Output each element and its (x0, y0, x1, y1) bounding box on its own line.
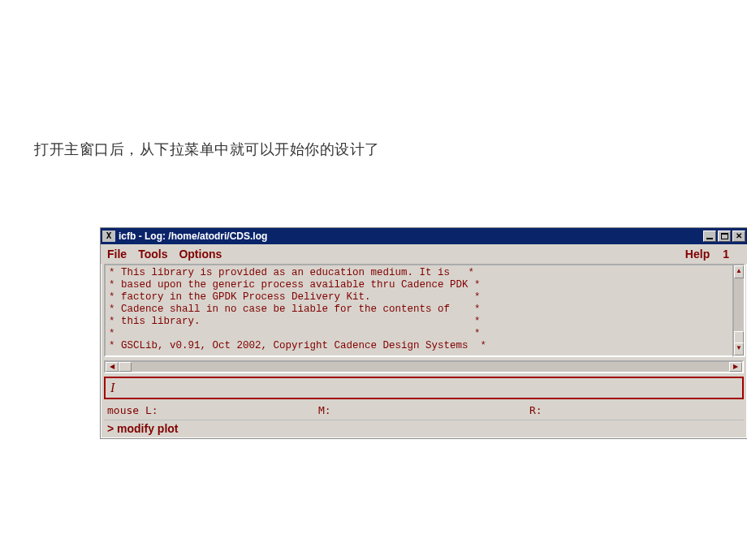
hscroll-thumb[interactable] (119, 362, 132, 372)
scroll-left-icon[interactable]: ◀ (106, 362, 119, 372)
menu-file[interactable]: File (107, 248, 127, 261)
menu-bar: File Tools Options Help 1 (101, 244, 747, 264)
vertical-scrollbar[interactable]: ▲ ▼ (732, 264, 745, 357)
log-frame: * This library is provided as an educati… (104, 264, 744, 357)
icfb-log-window: X icfb - Log: /home/atodri/CDS.log ✕ Fil… (100, 227, 747, 439)
instruction-text: 打开主窗口后，从下拉菜单中就可以开始你的设计了 (34, 140, 380, 159)
menu-options[interactable]: Options (179, 248, 222, 261)
mouse-status-row: mouse L: M: R: (104, 403, 744, 418)
app-x-icon: X (102, 230, 115, 242)
window-title: icfb - Log: /home/atodri/CDS.log (119, 230, 703, 242)
menu-tools[interactable]: Tools (138, 248, 167, 261)
maximize-button[interactable] (718, 230, 731, 242)
minimize-button[interactable] (703, 230, 716, 242)
close-button[interactable]: ✕ (732, 230, 745, 242)
mouse-m-label: M: (318, 404, 529, 416)
status-text: > modify plot (104, 420, 744, 437)
menu-help[interactable]: Help (685, 248, 710, 261)
horizontal-scrollbar[interactable]: ◀ ▶ (104, 360, 744, 373)
mouse-l-label: mouse L: (107, 404, 318, 416)
log-output[interactable]: * This library is provided as an educati… (104, 264, 744, 357)
text-caret: I (110, 381, 114, 395)
window-controls: ✕ (703, 230, 745, 242)
scroll-up-icon[interactable]: ▲ (734, 265, 744, 278)
scroll-down-icon[interactable]: ▼ (734, 342, 744, 355)
menu-counter: 1 (723, 248, 729, 261)
command-input[interactable]: I (104, 377, 744, 399)
title-bar[interactable]: X icfb - Log: /home/atodri/CDS.log ✕ (101, 228, 747, 244)
mouse-r-label: R: (529, 404, 741, 416)
scroll-right-icon[interactable]: ▶ (729, 362, 742, 372)
